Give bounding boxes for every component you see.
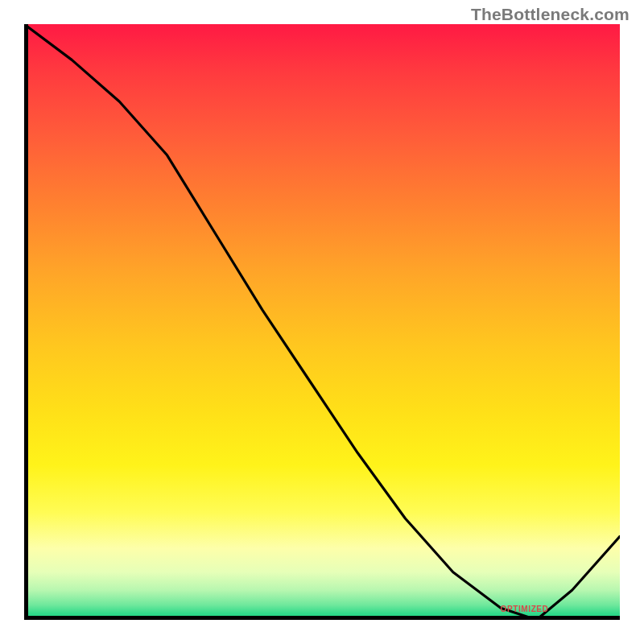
bottleneck-curve-line [24,24,620,620]
watermark-text: TheBottleneck.com [471,5,630,24]
chart-container: TheBottleneck.com OPTIMIZED [0,0,644,644]
bottleneck-curve-svg [24,24,620,620]
optimized-annotation: OPTIMIZED [501,605,549,613]
